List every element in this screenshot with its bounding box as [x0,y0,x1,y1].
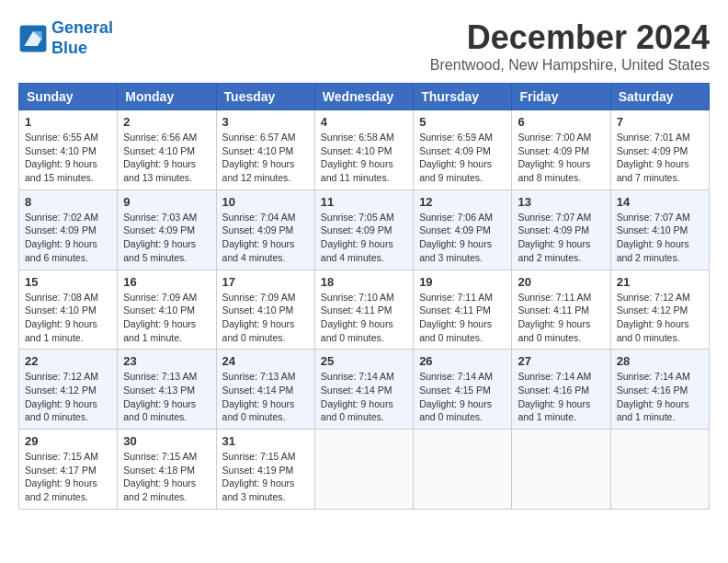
col-saturday: Saturday [610,84,709,110]
day-info: Sunrise: 7:14 AM Sunset: 4:16 PM Dayligh… [617,371,690,422]
day-info: Sunrise: 7:15 AM Sunset: 4:19 PM Dayligh… [222,451,296,502]
table-row: 25 Sunrise: 7:14 AM Sunset: 4:14 PM Dayl… [314,350,413,430]
day-number: 2 [123,115,210,129]
page-header: General Blue December 2024 Brentwood, Ne… [18,18,710,74]
day-info: Sunrise: 7:10 AM Sunset: 4:11 PM Dayligh… [321,292,394,343]
day-number: 7 [617,115,703,129]
day-number: 19 [419,275,506,289]
day-number: 10 [222,195,309,209]
col-friday: Friday [512,84,610,110]
day-info: Sunrise: 7:11 AM Sunset: 4:11 PM Dayligh… [518,292,591,343]
day-number: 8 [25,195,111,209]
table-row: 7 Sunrise: 7:01 AM Sunset: 4:09 PM Dayli… [610,110,709,190]
day-info: Sunrise: 6:59 AM Sunset: 4:09 PM Dayligh… [419,132,493,183]
day-info: Sunrise: 7:12 AM Sunset: 4:12 PM Dayligh… [25,371,98,422]
day-info: Sunrise: 7:11 AM Sunset: 4:11 PM Dayligh… [419,292,493,343]
day-number: 23 [123,354,210,368]
day-number: 21 [617,275,703,289]
table-row: 4 Sunrise: 6:58 AM Sunset: 4:10 PM Dayli… [314,110,413,190]
col-wednesday: Wednesday [314,84,413,110]
day-number: 9 [123,195,210,209]
table-row: 27 Sunrise: 7:14 AM Sunset: 4:16 PM Dayl… [512,350,610,430]
day-number: 22 [25,354,111,368]
table-row: 6 Sunrise: 7:00 AM Sunset: 4:09 PM Dayli… [512,110,610,190]
day-info: Sunrise: 7:14 AM Sunset: 4:14 PM Dayligh… [321,371,394,422]
table-row: 10 Sunrise: 7:04 AM Sunset: 4:09 PM Dayl… [216,190,314,270]
day-number: 5 [419,115,506,129]
day-number: 1 [25,115,111,129]
table-row: 21 Sunrise: 7:12 AM Sunset: 4:12 PM Dayl… [610,270,709,350]
day-number: 4 [321,115,407,129]
day-number: 29 [25,434,111,448]
col-monday: Monday [118,84,216,110]
calendar-table: Sunday Monday Tuesday Wednesday Thursday… [18,83,710,510]
table-row: 26 Sunrise: 7:14 AM Sunset: 4:15 PM Dayl… [414,350,512,430]
day-info: Sunrise: 7:05 AM Sunset: 4:09 PM Dayligh… [321,212,394,263]
table-row [610,430,709,510]
logo-line2: Blue [51,39,87,57]
table-row: 29 Sunrise: 7:15 AM Sunset: 4:17 PM Dayl… [19,430,118,510]
col-sunday: Sunday [19,84,118,110]
day-info: Sunrise: 7:08 AM Sunset: 4:10 PM Dayligh… [25,292,98,343]
day-info: Sunrise: 7:06 AM Sunset: 4:09 PM Dayligh… [419,212,493,263]
day-info: Sunrise: 7:14 AM Sunset: 4:15 PM Dayligh… [419,371,493,422]
table-row: 30 Sunrise: 7:15 AM Sunset: 4:18 PM Dayl… [118,430,216,510]
table-row [512,430,610,510]
day-number: 11 [321,195,407,209]
day-info: Sunrise: 7:07 AM Sunset: 4:10 PM Dayligh… [617,212,690,263]
table-row: 23 Sunrise: 7:13 AM Sunset: 4:13 PM Dayl… [118,350,216,430]
day-number: 3 [222,115,309,129]
table-row: 20 Sunrise: 7:11 AM Sunset: 4:11 PM Dayl… [512,270,610,350]
day-number: 13 [518,195,604,209]
day-number: 20 [518,275,604,289]
day-number: 6 [518,115,604,129]
day-info: Sunrise: 7:13 AM Sunset: 4:14 PM Dayligh… [222,371,296,422]
table-row: 22 Sunrise: 7:12 AM Sunset: 4:12 PM Dayl… [19,350,118,430]
logo-icon [18,24,48,53]
day-info: Sunrise: 7:02 AM Sunset: 4:09 PM Dayligh… [25,212,98,263]
day-number: 16 [123,275,210,289]
day-number: 14 [617,195,703,209]
table-row: 18 Sunrise: 7:10 AM Sunset: 4:11 PM Dayl… [314,270,413,350]
table-row: 8 Sunrise: 7:02 AM Sunset: 4:09 PM Dayli… [19,190,118,270]
table-row: 3 Sunrise: 6:57 AM Sunset: 4:10 PM Dayli… [216,110,314,190]
table-row: 2 Sunrise: 6:56 AM Sunset: 4:10 PM Dayli… [118,110,216,190]
day-info: Sunrise: 7:13 AM Sunset: 4:13 PM Dayligh… [123,371,197,422]
day-number: 18 [321,275,407,289]
logo-line1: General [51,18,113,37]
table-row: 13 Sunrise: 7:07 AM Sunset: 4:09 PM Dayl… [512,190,610,270]
calendar-header-row: Sunday Monday Tuesday Wednesday Thursday… [19,84,710,110]
day-info: Sunrise: 6:58 AM Sunset: 4:10 PM Dayligh… [321,132,394,183]
location-title: Brentwood, New Hampshire, United States [430,57,710,74]
logo: General Blue [18,18,113,58]
day-info: Sunrise: 7:07 AM Sunset: 4:09 PM Dayligh… [518,212,591,263]
day-number: 28 [617,354,703,368]
logo-text: General Blue [51,18,113,58]
day-number: 17 [222,275,309,289]
table-row: 14 Sunrise: 7:07 AM Sunset: 4:10 PM Dayl… [610,190,709,270]
day-info: Sunrise: 7:09 AM Sunset: 4:10 PM Dayligh… [222,292,296,343]
table-row: 1 Sunrise: 6:55 AM Sunset: 4:10 PM Dayli… [19,110,118,190]
day-info: Sunrise: 7:00 AM Sunset: 4:09 PM Dayligh… [518,132,591,183]
table-row: 19 Sunrise: 7:11 AM Sunset: 4:11 PM Dayl… [414,270,512,350]
col-thursday: Thursday [414,84,512,110]
day-info: Sunrise: 7:15 AM Sunset: 4:17 PM Dayligh… [25,451,98,502]
table-row: 9 Sunrise: 7:03 AM Sunset: 4:09 PM Dayli… [118,190,216,270]
table-row: 11 Sunrise: 7:05 AM Sunset: 4:09 PM Dayl… [314,190,413,270]
table-row: 12 Sunrise: 7:06 AM Sunset: 4:09 PM Dayl… [414,190,512,270]
day-number: 25 [321,354,407,368]
table-row: 31 Sunrise: 7:15 AM Sunset: 4:19 PM Dayl… [216,430,314,510]
day-info: Sunrise: 7:04 AM Sunset: 4:09 PM Dayligh… [222,212,296,263]
day-number: 30 [123,434,210,448]
table-row: 24 Sunrise: 7:13 AM Sunset: 4:14 PM Dayl… [216,350,314,430]
day-info: Sunrise: 7:12 AM Sunset: 4:12 PM Dayligh… [617,292,690,343]
day-info: Sunrise: 7:14 AM Sunset: 4:16 PM Dayligh… [518,371,591,422]
table-row [314,430,413,510]
table-row: 17 Sunrise: 7:09 AM Sunset: 4:10 PM Dayl… [216,270,314,350]
day-info: Sunrise: 6:56 AM Sunset: 4:10 PM Dayligh… [123,132,197,183]
day-number: 31 [222,434,309,448]
table-row [414,430,512,510]
day-number: 26 [419,354,506,368]
table-row: 16 Sunrise: 7:09 AM Sunset: 4:10 PM Dayl… [118,270,216,350]
day-info: Sunrise: 7:15 AM Sunset: 4:18 PM Dayligh… [123,451,197,502]
